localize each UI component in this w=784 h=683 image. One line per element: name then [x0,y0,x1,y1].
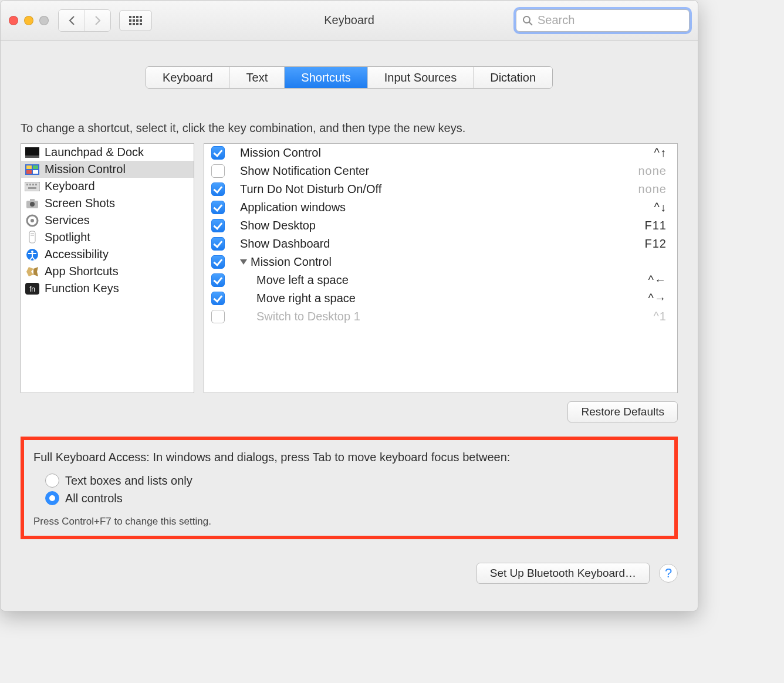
category-spotlight[interactable]: Spotlight [21,229,194,246]
svg-point-16 [30,202,35,207]
shortcut-list[interactable]: Mission Control^↑Show Notification Cente… [204,143,678,393]
help-button[interactable]: ? [659,564,678,583]
chevron-left-icon [69,15,75,26]
shortcut-key[interactable]: ^↑ [654,146,667,160]
shortcut-label: Application windows [240,201,346,214]
restore-row: Restore Defaults [21,401,678,422]
preferences-window: Keyboard KeyboardTextShortcutsInput Sour… [0,0,698,611]
footer-row: Set Up Bluetooth Keyboard… ? [21,563,678,584]
svg-point-24 [31,251,33,253]
category-label: Accessibility [45,248,109,261]
tab-input-sources[interactable]: Input Sources [368,67,474,88]
tabs-row: KeyboardTextShortcutsInput SourcesDictat… [21,66,678,89]
shortcut-label: Switch to Desktop 1 [256,310,360,323]
shortcut-checkbox[interactable] [211,182,225,196]
category-launchpad-dock[interactable]: Launchpad & Dock [21,144,194,161]
shortcut-key[interactable]: ^↓ [654,201,667,214]
category-screen-shots[interactable]: Screen Shots [21,195,194,212]
tab-shortcuts[interactable]: Shortcuts [285,67,367,88]
setup-bluetooth-button[interactable]: Set Up Bluetooth Keyboard… [477,563,650,584]
shortcut-checkbox[interactable] [211,201,225,214]
shortcut-row[interactable]: Turn Do Not Disturb On/Offnone [204,180,677,198]
shortcut-checkbox[interactable] [211,273,225,287]
tab-keyboard[interactable]: Keyboard [146,67,230,88]
category-keyboard[interactable]: Keyboard [21,178,194,195]
category-app-shortcuts[interactable]: App Shortcuts [21,263,194,280]
category-accessibility[interactable]: Accessibility [21,246,194,263]
category-function-keys[interactable]: fnFunction Keys [21,280,194,297]
shortcut-key[interactable]: ^← [648,273,667,287]
minimize-window-button[interactable] [24,16,33,25]
radio-button[interactable] [45,491,59,505]
category-label: Keyboard [45,180,95,193]
instruction-text: To change a shortcut, select it, click t… [21,121,678,135]
shortcut-row[interactable]: Show DesktopF11 [204,217,677,235]
restore-defaults-button[interactable]: Restore Defaults [567,401,678,422]
tab-bar: KeyboardTextShortcutsInput SourcesDictat… [146,66,553,89]
shortcut-checkbox[interactable] [211,146,225,160]
shortcut-row[interactable]: Show DashboardF12 [204,235,677,253]
forward-button[interactable] [85,10,110,31]
shortcut-row[interactable]: Mission Control [204,253,677,271]
shortcut-key[interactable]: none [638,164,667,178]
svg-rect-17 [30,199,35,201]
svg-rect-14 [28,187,36,189]
shortcut-row[interactable]: Show Notification Centernone [204,162,677,180]
svg-rect-10 [26,184,28,185]
svg-rect-12 [32,184,34,185]
shortcut-checkbox[interactable] [211,310,225,323]
full-keyboard-hint: Press Control+F7 to change this setting. [33,516,665,528]
keyboard-icon [25,180,40,193]
services-icon [25,214,40,227]
shortcut-label: Turn Do Not Disturb On/Off [240,182,381,196]
shortcut-row[interactable]: Switch to Desktop 1^1 [204,307,677,326]
shortcut-key[interactable]: F11 [645,219,667,232]
shortcut-row[interactable]: Move left a space^← [204,271,677,289]
show-all-button[interactable] [119,10,152,31]
radio-button[interactable] [45,474,59,488]
content: KeyboardTextShortcutsInput SourcesDictat… [1,40,698,611]
search-input[interactable] [538,13,683,27]
shortcut-row[interactable]: Mission Control^↑ [204,144,677,162]
full-keyboard-option[interactable]: All controls [45,491,665,505]
close-window-button[interactable] [9,16,18,25]
full-keyboard-option[interactable]: Text boxes and lists only [45,474,665,488]
disclosure-triangle-icon[interactable] [240,259,247,265]
category-mission-control[interactable]: Mission Control [21,161,194,178]
nav-buttons [58,9,111,32]
category-list[interactable]: Launchpad & DockMission ControlKeyboardS… [21,143,194,393]
shortcut-key[interactable]: none [638,182,667,196]
spotlight-icon [25,231,40,244]
shortcut-key[interactable]: ^→ [648,292,667,305]
shortcut-checkbox[interactable] [211,255,225,269]
category-label: Spotlight [45,231,90,244]
shortcut-label: Mission Control [240,146,321,160]
shortcut-checkbox[interactable] [211,219,225,232]
shortcut-label: Move left a space [256,273,349,287]
svg-rect-9 [25,182,40,191]
category-label: Services [45,214,90,227]
launchpad-icon [25,146,40,159]
shortcut-checkbox[interactable] [211,237,225,251]
search-icon [522,15,533,26]
shortcut-checkbox[interactable] [211,164,225,178]
shortcut-row[interactable]: Move right a space^→ [204,289,677,307]
search-field-wrap[interactable] [516,9,690,32]
tab-text[interactable]: Text [230,67,285,88]
shortcut-label: Show Desktop [240,219,316,232]
shortcut-key[interactable]: F12 [645,237,667,251]
shortcut-checkbox[interactable] [211,292,225,305]
category-services[interactable]: Services [21,212,194,229]
svg-rect-8 [33,170,38,174]
shortcut-panels: Launchpad & DockMission ControlKeyboardS… [21,143,678,393]
shortcut-row[interactable]: Application windows^↓ [204,198,677,217]
tab-dictation[interactable]: Dictation [474,67,552,88]
svg-rect-7 [26,170,32,174]
svg-rect-6 [33,165,38,169]
svg-rect-5 [26,165,32,169]
chevron-right-icon [94,15,101,26]
accessibility-icon [25,248,40,261]
zoom-window-button[interactable] [39,16,49,25]
shortcut-key[interactable]: ^1 [653,310,667,323]
back-button[interactable] [59,10,85,31]
